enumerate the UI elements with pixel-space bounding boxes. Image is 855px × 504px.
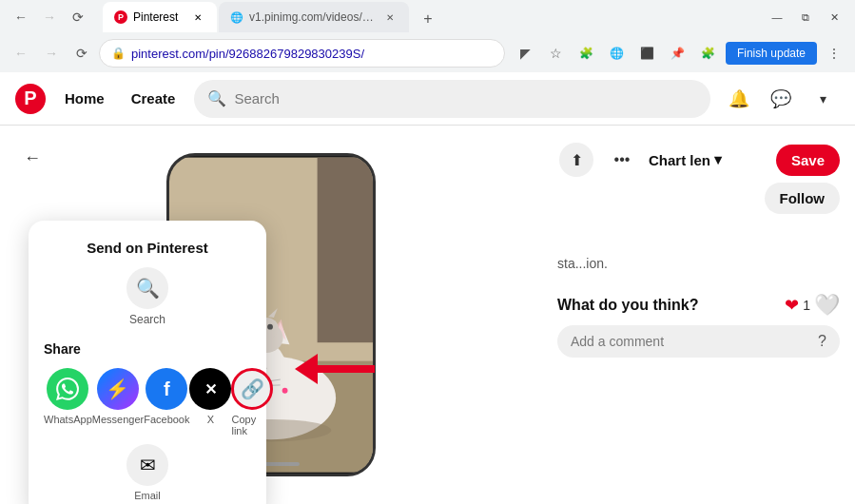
extension4-icon[interactable]: 📌 — [665, 40, 691, 67]
extension1-icon[interactable]: 🧩 — [573, 40, 600, 67]
video-tab-favicon: 🌐 — [230, 11, 243, 24]
window-controls: — ⧉ ✕ — [764, 4, 847, 30]
more-icon: ••• — [614, 151, 631, 168]
whatsapp-icon — [47, 368, 88, 410]
account-menu-button[interactable]: ▾ — [806, 82, 840, 116]
heart-outline-icon[interactable]: 🤍 — [814, 293, 840, 318]
follow-button[interactable]: Follow — [765, 183, 841, 214]
share-x[interactable]: ✕ X — [189, 368, 231, 436]
pinterest-header: P Home Create 🔍 Search 🔔 💬 ▾ — [0, 72, 855, 126]
share-email-row: ✉ Email — [44, 444, 251, 501]
messenger-label: Messenger — [92, 414, 144, 425]
whatsapp-label: WhatsApp — [44, 414, 92, 425]
minimize-button[interactable]: — — [764, 4, 790, 30]
header-right: 🔔 💬 ▾ — [722, 82, 840, 116]
tabs-bar: P Pinterest ✕ 🌐 v1.pinimg.com/videos/mc/… — [95, 2, 760, 32]
description-text: sta...ion. — [557, 256, 608, 271]
star-icon[interactable]: ☆ — [543, 40, 570, 67]
tab-pinterest[interactable]: P Pinterest ✕ — [103, 2, 217, 32]
restore-button[interactable]: ⧉ — [792, 4, 819, 30]
back-button[interactable]: ← — [15, 141, 49, 175]
address-bar[interactable]: 🔒 pinterest.com/pin/926882679829830239S/ — [99, 39, 505, 68]
pin-actions: ⬆ ••• Chart len ▾ Save — [557, 141, 840, 179]
video-tab-close[interactable]: ✕ — [382, 10, 398, 25]
browser-omnibar: ← → ⟳ 🔒 pinterest.com/pin/92688267982983… — [0, 34, 855, 72]
svg-rect-2 — [318, 158, 373, 343]
share-whatsapp[interactable]: WhatsApp — [44, 368, 92, 436]
help-icon[interactable]: ? — [818, 333, 826, 350]
arrow-body — [318, 365, 375, 373]
cast-icon[interactable]: ◤ — [513, 40, 539, 67]
browser-chrome: ← → ⟳ P Pinterest ✕ 🌐 v1.pinimg.com/vide… — [0, 0, 855, 72]
save-button[interactable]: Save — [776, 145, 840, 176]
share-copylink[interactable]: 🔗 Copy link — [231, 368, 273, 436]
message-button[interactable]: 💬 — [764, 82, 798, 116]
lock-icon: 🔒 — [111, 47, 126, 60]
pin-description: sta...ion. — [557, 255, 840, 274]
extension3-icon[interactable]: ⬛ — [634, 40, 661, 67]
email-icon: ✉ — [126, 444, 168, 486]
close-window-button[interactable]: ✕ — [821, 4, 847, 30]
reload-nav-button[interactable]: ⟳ — [68, 40, 95, 67]
arrow-head — [295, 354, 318, 384]
browser-nav-controls: ← → ⟳ — [8, 4, 91, 30]
tab-video[interactable]: 🌐 v1.pinimg.com/videos/mc/720... ✕ — [219, 2, 409, 32]
messenger-icon: ⚡ — [97, 368, 139, 410]
board-selector[interactable]: Chart len ▾ — [649, 151, 722, 168]
x-label: X — [207, 414, 214, 425]
share-button[interactable]: ⬆ — [557, 141, 595, 179]
comments-section: What do you think? ❤ 1 🤍 Add a comment ? — [557, 293, 840, 358]
comment-input-box[interactable]: Add a comment ? — [557, 325, 840, 358]
heart-filled-icon[interactable]: ❤ — [785, 295, 799, 316]
back-nav-button[interactable]: ← — [8, 40, 34, 67]
extension2-icon[interactable]: 🌐 — [604, 40, 631, 67]
pinterest-app: P Home Create 🔍 Search 🔔 💬 ▾ ← — [0, 72, 855, 504]
copy-link-icon: 🔗 — [231, 368, 273, 410]
x-icon: ✕ — [189, 368, 231, 410]
facebook-icon: f — [146, 368, 187, 410]
what-do-you-think-label: What do you think? — [557, 297, 698, 314]
facebook-label: Facebook — [144, 414, 189, 425]
address-text: pinterest.com/pin/926882679829830239S/ — [131, 47, 493, 61]
search-placeholder-text: Search — [234, 90, 280, 107]
svg-point-21 — [267, 324, 273, 330]
pinterest-tab-label: Pinterest — [133, 10, 185, 24]
more-options-icon[interactable]: ⋮ — [821, 40, 847, 67]
search-bar[interactable]: 🔍 Search — [194, 80, 710, 118]
share-email[interactable]: ✉ Email — [126, 444, 168, 501]
annotation-arrow — [295, 354, 375, 384]
share-popup: Send on Pinterest 🔍 Search Share WhatsAp… — [29, 221, 266, 504]
share-search-row: 🔍 Search — [44, 267, 251, 326]
like-section: ❤ 1 🤍 — [785, 293, 840, 318]
email-label: Email — [134, 490, 161, 501]
more-options-button[interactable]: ••• — [603, 141, 641, 179]
back-button[interactable]: ← — [8, 4, 34, 30]
forward-button[interactable]: → — [36, 4, 63, 30]
extensions-icon[interactable]: 🧩 — [695, 40, 722, 67]
like-count: 1 — [803, 298, 810, 313]
new-tab-button[interactable]: + — [415, 6, 441, 32]
nav-create[interactable]: Create — [124, 87, 184, 110]
svg-point-24 — [282, 388, 288, 394]
share-icon: ⬆ — [559, 143, 593, 177]
browser-titlebar: ← → ⟳ P Pinterest ✕ 🌐 v1.pinimg.com/vide… — [0, 0, 855, 34]
board-chevron-icon: ▾ — [714, 151, 722, 168]
board-name: Chart len — [649, 152, 710, 168]
share-search-button[interactable]: 🔍 — [126, 267, 168, 309]
forward-nav-button[interactable]: → — [38, 40, 65, 67]
notification-button[interactable]: 🔔 — [722, 82, 756, 116]
main-content: ← — [0, 126, 855, 504]
toolbar-actions: ◤ ☆ 🧩 🌐 ⬛ 📌 🧩 Finish update ⋮ — [513, 40, 847, 67]
video-tab-label: v1.pinimg.com/videos/mc/720... — [249, 10, 377, 24]
share-icons-row: WhatsApp ⚡ Messenger f Facebook ✕ X — [44, 368, 251, 436]
pinterest-tab-favicon: P — [114, 10, 127, 24]
share-messenger[interactable]: ⚡ Messenger — [92, 368, 144, 436]
pinterest-tab-close[interactable]: ✕ — [190, 10, 205, 25]
pinterest-logo: P — [15, 84, 46, 114]
finish-update-button[interactable]: Finish update — [726, 42, 817, 65]
nav-home[interactable]: Home — [57, 87, 112, 110]
reload-button[interactable]: ⟳ — [65, 4, 91, 30]
share-search-label: Search — [129, 313, 165, 326]
share-facebook[interactable]: f Facebook — [144, 368, 189, 436]
back-icon: ← — [24, 148, 41, 168]
